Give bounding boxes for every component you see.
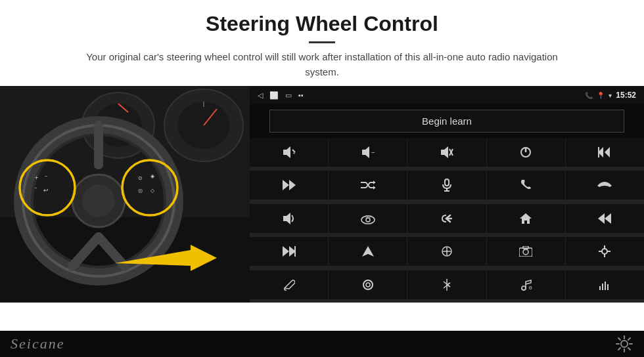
android-panel: ◁ ⬜ ▭ ▪▪ 📞 📍 ▾ 15:52 Begin learn	[250, 86, 644, 303]
begin-learn-bar: Begin learn	[250, 104, 644, 138]
vol-down-button[interactable]: −	[329, 138, 407, 167]
svg-point-76	[602, 249, 607, 254]
svg-point-82	[522, 286, 526, 290]
shuffle-button[interactable]	[329, 171, 407, 200]
status-bar: ◁ ⬜ ▭ ▪▪ 📞 📍 ▾ 15:52	[250, 86, 644, 104]
svg-marker-34	[441, 146, 448, 158]
home-nav-button[interactable]	[487, 204, 565, 233]
svg-marker-65	[362, 246, 374, 257]
svg-text:⚙: ⚙	[528, 285, 532, 290]
horn-button[interactable]	[250, 204, 328, 233]
svg-marker-51	[373, 186, 375, 190]
time-display: 15:52	[616, 91, 636, 100]
svg-text:360°: 360°	[365, 215, 372, 219]
svg-text:◇: ◇	[150, 188, 155, 194]
svg-rect-41	[598, 147, 599, 158]
power-button[interactable]	[487, 138, 565, 167]
bluetooth-button[interactable]	[407, 270, 486, 299]
svg-marker-42	[283, 180, 289, 190]
title-divider	[309, 41, 335, 43]
header-section: Steering Wheel Control Your original car…	[0, 0, 644, 86]
controls-grid: + −	[250, 138, 644, 303]
home-icon[interactable]: ⬜	[269, 91, 279, 100]
svg-text:+: +	[35, 175, 38, 181]
svg-point-70	[523, 249, 528, 255]
page-title: Steering Wheel Control	[26, 12, 618, 36]
svg-marker-32	[362, 146, 369, 158]
fast-forward-button[interactable]	[250, 237, 328, 266]
svg-rect-71	[523, 246, 528, 249]
next-track-button[interactable]	[250, 171, 328, 200]
svg-marker-43	[289, 180, 296, 190]
vol-up-button[interactable]: +	[250, 138, 328, 167]
svg-point-16	[82, 184, 115, 217]
svg-marker-60	[598, 213, 605, 224]
mute-button[interactable]	[407, 138, 486, 167]
svg-marker-40	[605, 147, 610, 158]
status-left: ◁ ⬜ ▭ ▪▪	[258, 91, 304, 100]
spectrum-button[interactable]	[566, 270, 644, 299]
camera-button[interactable]	[487, 237, 565, 266]
svg-text:+: +	[292, 150, 296, 156]
steering-wheel-svg: + ~ - ↩ ⊙ ◈ ◎ ◇	[0, 86, 250, 303]
steering-wheel-image: + ~ - ↩ ⊙ ◈ ◎ ◇	[0, 86, 250, 303]
navigation-button[interactable]	[329, 237, 407, 266]
equalizer-button[interactable]	[407, 237, 486, 266]
360-button[interactable]: 360°	[329, 204, 407, 233]
svg-text:~: ~	[45, 173, 48, 179]
svg-text:↩: ↩	[43, 187, 49, 194]
svg-text:⊙: ⊙	[138, 175, 143, 181]
recent-icon[interactable]: ▭	[285, 91, 292, 100]
svg-rect-64	[294, 246, 296, 257]
circle-btn[interactable]	[329, 270, 407, 299]
svg-text:-: -	[35, 184, 37, 191]
svg-text:−: −	[371, 149, 375, 156]
svg-marker-55	[283, 213, 290, 224]
mic-button[interactable]	[407, 171, 486, 200]
svg-marker-59	[520, 213, 532, 224]
subtitle: Your original car's steering wheel contr…	[72, 50, 572, 79]
back-icon[interactable]: ◁	[258, 91, 263, 100]
hangup-button[interactable]	[566, 171, 644, 200]
status-right: 📞 📍 ▾ 15:52	[585, 91, 636, 100]
phone-button[interactable]	[487, 171, 565, 200]
back-nav-button[interactable]	[407, 204, 486, 233]
settings-gear-icon[interactable]	[615, 335, 633, 353]
signal-icon: ▪▪	[298, 91, 304, 99]
phone-icon: 📞	[585, 92, 593, 99]
music-button[interactable]: ⚙	[487, 270, 565, 299]
svg-marker-28	[283, 146, 290, 158]
svg-point-80	[366, 283, 370, 287]
svg-rect-86	[605, 282, 606, 290]
settings-ctrl-button[interactable]	[566, 237, 644, 266]
bottom-bar: Seicane	[0, 331, 644, 357]
svg-marker-61	[605, 213, 611, 224]
content-row: + ~ - ↩ ⊙ ◈ ◎ ◇ ◁ ⬜	[0, 86, 644, 331]
svg-rect-52	[445, 179, 449, 186]
svg-marker-50	[373, 180, 375, 184]
svg-marker-62	[283, 246, 289, 257]
svg-text:◎: ◎	[138, 188, 143, 194]
begin-learn-button[interactable]: Begin learn	[269, 110, 624, 133]
prev-track-button[interactable]	[566, 138, 644, 167]
svg-rect-84	[599, 286, 601, 290]
page-container: Steering Wheel Control Your original car…	[0, 0, 644, 357]
svg-text:◈: ◈	[150, 173, 155, 179]
wifi-icon: ▾	[609, 92, 612, 99]
svg-point-88	[621, 341, 628, 347]
svg-rect-87	[607, 284, 609, 290]
gps-icon: 📍	[597, 92, 605, 99]
svg-point-79	[363, 280, 373, 289]
skip-back-button[interactable]	[566, 204, 644, 233]
pen-button[interactable]	[250, 270, 328, 299]
brand-name: Seicane	[11, 335, 64, 352]
svg-rect-85	[602, 284, 603, 290]
